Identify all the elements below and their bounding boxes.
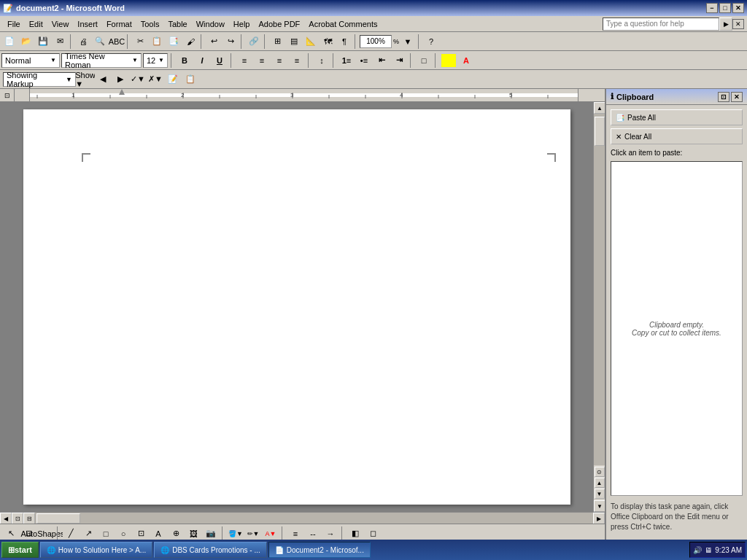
windows-icon: ⊞ <box>8 545 15 555</box>
accept-change-button[interactable]: ✓▼ <box>130 71 146 88</box>
reviewing-pane-button[interactable]: 📋 <box>182 71 198 88</box>
justify-button[interactable]: ≡ <box>289 53 305 68</box>
print-button[interactable]: 🖨 <box>75 34 91 50</box>
size-dropdown[interactable]: 12 ▼ <box>143 53 168 68</box>
scroll-up-button[interactable]: ▲ <box>594 102 605 114</box>
menu-help[interactable]: Help <box>229 16 255 31</box>
italic-button[interactable]: I <box>194 53 210 68</box>
clipboard-resize-button[interactable]: ⊡ <box>718 92 729 102</box>
style-dropdown[interactable]: Normal ▼ <box>1 53 60 68</box>
bullets-button[interactable]: •≡ <box>356 53 372 68</box>
scroll-thumb[interactable] <box>595 117 605 146</box>
underline-button[interactable]: U <box>212 53 228 68</box>
svg-text:2: 2 <box>181 92 185 98</box>
cut-button[interactable]: ✂ <box>132 34 148 50</box>
menu-edit[interactable]: Edit <box>25 16 47 31</box>
next-change-button[interactable]: ▶ <box>112 71 128 88</box>
window-title: document2 - Microsoft Word <box>16 4 125 12</box>
new-button[interactable]: 📄 <box>1 34 18 50</box>
align-right-button[interactable]: ≡ <box>271 53 287 68</box>
menu-format[interactable]: Format <box>102 16 136 31</box>
undo-button[interactable]: ↩ <box>206 34 222 50</box>
help-button[interactable]: ? <box>423 34 439 50</box>
paste-all-button[interactable]: 📑 Paste All <box>611 109 743 125</box>
font-dropdown[interactable]: Times New Roman ▼ <box>61 53 142 68</box>
line-spacing-button[interactable]: ↕ <box>314 53 330 68</box>
show-hide-button[interactable]: ¶ <box>336 34 352 50</box>
document-with-scroll: ▲ ⊙ ▲ ▼ ▼ <box>0 102 605 512</box>
help-search-input[interactable] <box>603 18 719 31</box>
menu-view[interactable]: View <box>47 16 74 31</box>
minimize-button[interactable]: − <box>706 3 718 13</box>
font-color-button[interactable]: A <box>458 53 474 68</box>
redo-button[interactable]: ↪ <box>222 34 239 50</box>
help-close-button[interactable]: ✕ <box>732 19 744 29</box>
track-changes-button[interactable]: 📝 <box>165 71 181 88</box>
print-preview-button[interactable]: 🔍 <box>92 34 108 50</box>
bold-button[interactable]: B <box>177 53 193 68</box>
taskbar-item-1[interactable]: 🌐 DBS Cards Promotions - ... <box>154 542 267 558</box>
format-painter-button[interactable]: 🖌 <box>182 34 198 50</box>
save-button[interactable]: 💾 <box>35 34 51 50</box>
clipboard-empty-text: Clipboard empty. Copy or cut to collect … <box>632 321 721 337</box>
paste-button[interactable]: 📑 <box>166 34 182 50</box>
decrease-indent-button[interactable]: ⇤ <box>374 53 390 68</box>
menu-acrobat[interactable]: Acrobat Comments <box>304 16 382 31</box>
align-center-button[interactable]: ≡ <box>254 53 270 68</box>
maximize-button[interactable]: □ <box>719 3 731 13</box>
h-scroll-track[interactable] <box>35 513 593 524</box>
prev-page-button[interactable]: ▲ <box>595 478 605 488</box>
show-dropdown-button[interactable]: Show ▼ <box>77 71 93 88</box>
select-browse-button[interactable]: ⊙ <box>595 467 605 477</box>
clipboard-close-button[interactable]: ✕ <box>731 92 743 102</box>
close-button[interactable]: ✕ <box>732 3 744 13</box>
page-view-btn[interactable]: ⊡ <box>12 513 23 524</box>
email-button[interactable]: ✉ <box>52 34 68 50</box>
increase-indent-button[interactable]: ⇥ <box>391 53 407 68</box>
doc-map-button[interactable]: 🗺 <box>320 34 336 50</box>
h-scroll-left-button[interactable]: ◀ <box>0 513 12 524</box>
page-view-btn2[interactable]: ⊟ <box>23 513 35 524</box>
prev-change-button[interactable]: ◀ <box>95 71 111 88</box>
next-page-button[interactable]: ▼ <box>595 489 605 499</box>
toolbar-sep-7 <box>418 34 421 49</box>
menu-file[interactable]: File <box>3 16 25 31</box>
columns-button[interactable]: ▤ <box>286 34 302 50</box>
menu-insert[interactable]: Insert <box>73 16 102 31</box>
clear-all-button[interactable]: ✕ Clear All <box>611 128 743 144</box>
numbering-button[interactable]: 1≡ <box>338 53 355 68</box>
help-search-button[interactable]: ▶ <box>719 18 732 31</box>
ruler-inner: 1 2 3 4 <box>29 89 578 101</box>
document-canvas <box>0 102 593 512</box>
show-label: Show ▼ <box>75 71 96 88</box>
open-button[interactable]: 📂 <box>18 34 34 50</box>
document-page[interactable] <box>23 109 570 505</box>
start-button[interactable]: ⊞ start <box>1 542 39 558</box>
showing-markup-dropdown[interactable]: Showing Markup ▼ <box>3 72 76 87</box>
highlight-button[interactable]: A <box>441 53 457 68</box>
copy-button[interactable]: 📋 <box>149 34 165 50</box>
menu-adobe-pdf[interactable]: Adobe PDF <box>254 16 304 31</box>
start-label: start <box>15 545 32 554</box>
scroll-down-button[interactable]: ▼ <box>594 500 605 512</box>
align-left-button[interactable]: ≡ <box>236 53 252 68</box>
reject-change-button[interactable]: ✗▼ <box>147 71 163 88</box>
h-scroll-thumb[interactable] <box>36 513 80 524</box>
taskbar-item-2[interactable]: 📄 Document2 - Microsof... <box>268 542 371 558</box>
h-scroll-right-button[interactable]: ▶ <box>593 513 605 524</box>
outside-border-button[interactable]: □ <box>416 53 432 68</box>
scroll-track[interactable] <box>594 114 605 465</box>
zoom-dropdown[interactable]: ▼ <box>400 34 416 50</box>
drawing-button[interactable]: 📐 <box>303 34 319 50</box>
menu-tools[interactable]: Tools <box>136 16 164 31</box>
zoom-input[interactable] <box>360 35 392 48</box>
menu-table[interactable]: Table <box>163 16 191 31</box>
network-icon: 🖥 <box>705 546 712 554</box>
menu-window[interactable]: Window <box>192 16 229 31</box>
svg-text:1: 1 <box>71 92 75 98</box>
hyperlink-button[interactable]: 🔗 <box>246 34 262 50</box>
taskbar-icon-2: 📄 <box>275 546 284 554</box>
table-button[interactable]: ⊞ <box>269 34 285 50</box>
spelling-button[interactable]: ABC <box>109 34 125 50</box>
taskbar-item-0[interactable]: 🌐 How to Solution Here > A... <box>40 542 152 558</box>
